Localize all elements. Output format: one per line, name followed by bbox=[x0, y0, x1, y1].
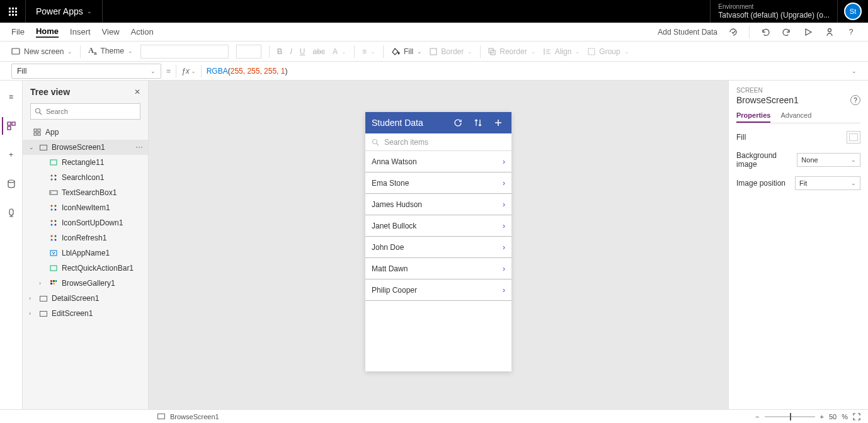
strike-button[interactable]: abc bbox=[313, 47, 325, 56]
avatar[interactable]: St bbox=[844, 3, 862, 20]
add-icon[interactable] bbox=[491, 118, 505, 127]
underline-button[interactable]: U bbox=[300, 47, 306, 56]
formula-expand-icon[interactable]: ⌄ bbox=[852, 68, 857, 74]
tree-node-app[interactable]: App bbox=[23, 125, 148, 140]
svg-rect-40 bbox=[53, 283, 55, 285]
svg-rect-7 bbox=[12, 122, 15, 125]
tree-node-browsescreen[interactable]: ⌄ BrowseScreen1 ⋯ bbox=[23, 140, 148, 155]
new-screen-button[interactable]: New screen ⌄ bbox=[11, 47, 72, 56]
svg-point-26 bbox=[51, 220, 53, 222]
collapse-icon[interactable]: ⌄ bbox=[29, 144, 35, 150]
search-icon bbox=[372, 138, 379, 146]
tree-node-newitem[interactable]: IconNewItem1 bbox=[23, 200, 148, 215]
tree-node-editscreen[interactable]: ›EditScreen1 bbox=[23, 306, 148, 321]
help-icon[interactable]: ? bbox=[845, 26, 857, 38]
expand-icon[interactable]: › bbox=[29, 295, 35, 302]
refresh-icon[interactable] bbox=[451, 118, 465, 128]
align-label: Align bbox=[555, 47, 572, 56]
fx-button[interactable]: ƒx⌄ bbox=[181, 67, 196, 76]
tree-search-input[interactable] bbox=[46, 108, 136, 115]
border-button[interactable]: Border ⌄ bbox=[430, 47, 472, 56]
menu-insert[interactable]: Insert bbox=[70, 27, 91, 37]
fill-button[interactable]: Fill ⌄ bbox=[391, 47, 422, 56]
environment-picker[interactable]: Environment Tatvasoft (default) (Upgrade… bbox=[711, 3, 837, 20]
tree-node-sortud[interactable]: IconSortUpDown1 bbox=[23, 215, 148, 230]
phone-preview[interactable]: Student Data Search items Anna Watson› E… bbox=[365, 112, 511, 371]
menu-file[interactable]: File bbox=[11, 27, 25, 37]
app-launcher[interactable] bbox=[0, 0, 25, 23]
tree-node-gallery[interactable]: ›BrowseGallery1 bbox=[23, 276, 148, 291]
app-search[interactable]: Search items bbox=[365, 133, 511, 151]
menu-home[interactable]: Home bbox=[36, 26, 59, 38]
menu-action[interactable]: Action bbox=[131, 27, 154, 37]
zoom-slider[interactable] bbox=[765, 416, 815, 417]
divider bbox=[383, 45, 384, 58]
tree-node-textsearch[interactable]: TextSearchBox1 bbox=[23, 185, 148, 200]
app-checker-icon[interactable] bbox=[728, 26, 739, 38]
tree-view-panel: Tree view ✕ App ⌄ BrowseScreen1 ⋯ Rectan… bbox=[23, 81, 149, 409]
svg-rect-2 bbox=[430, 48, 437, 55]
tree-node-rectangle[interactable]: Rectangle11 bbox=[23, 155, 148, 170]
bold-button[interactable]: B bbox=[277, 47, 283, 56]
tree-node-lblapp[interactable]: LblAppName1 bbox=[23, 245, 148, 261]
list-item[interactable]: John Doe› bbox=[365, 237, 511, 258]
property-selector[interactable]: Fill ⌄ bbox=[11, 64, 161, 79]
svg-rect-10 bbox=[9, 209, 13, 215]
fill-swatch[interactable] bbox=[847, 131, 860, 144]
share-icon[interactable] bbox=[824, 26, 835, 38]
help-icon[interactable]: ? bbox=[850, 95, 860, 105]
rail-data[interactable] bbox=[3, 175, 20, 193]
rail-treeview[interactable] bbox=[2, 117, 20, 135]
list-item[interactable]: Ema Stone› bbox=[365, 172, 511, 194]
list-item-label: John Doe bbox=[372, 243, 404, 252]
chevron-right-icon: › bbox=[503, 200, 505, 209]
tree-node-refresh[interactable]: IconRefresh1 bbox=[23, 230, 148, 245]
tree-node-rectquick[interactable]: RectQuickActionBar1 bbox=[23, 261, 148, 276]
list-item-label: James Hudson bbox=[372, 200, 422, 209]
list-item[interactable]: James Hudson› bbox=[365, 194, 511, 215]
list-item[interactable]: Matt Dawn› bbox=[365, 258, 511, 279]
list-item[interactable]: Janet Bullock› bbox=[365, 215, 511, 237]
italic-button[interactable]: I bbox=[290, 47, 292, 56]
zoom-out-icon[interactable]: − bbox=[755, 413, 759, 420]
tree-node-detailscreen[interactable]: ›DetailScreen1 bbox=[23, 291, 148, 306]
more-icon[interactable]: ⋯ bbox=[135, 143, 148, 152]
font-family-select[interactable] bbox=[140, 45, 229, 59]
close-icon[interactable]: ✕ bbox=[134, 87, 140, 96]
redo-icon[interactable] bbox=[781, 26, 792, 38]
list-item[interactable]: Anna Watson› bbox=[365, 151, 511, 172]
menu-view[interactable]: View bbox=[102, 27, 120, 37]
align-button[interactable]: Align ⌄ bbox=[544, 47, 581, 56]
fit-icon[interactable] bbox=[853, 413, 860, 420]
theme-button[interactable]: Aa Theme ⌄ bbox=[88, 46, 132, 56]
font-size-select[interactable] bbox=[236, 45, 261, 59]
tab-advanced[interactable]: Advanced bbox=[780, 111, 811, 123]
label-icon bbox=[49, 249, 58, 257]
zoom-in-icon[interactable]: + bbox=[820, 413, 824, 420]
canvas[interactable]: Student Data Search items Anna Watson› E… bbox=[149, 81, 728, 409]
rail-hamburger[interactable]: ≡ bbox=[3, 88, 20, 106]
group-button[interactable]: Group ⌄ bbox=[588, 47, 629, 56]
sort-icon[interactable] bbox=[471, 118, 485, 128]
tree-search[interactable] bbox=[30, 103, 140, 120]
tab-properties[interactable]: Properties bbox=[736, 111, 770, 123]
tree-node-searchicon[interactable]: SearchIcon1 bbox=[23, 170, 148, 185]
rail-media[interactable] bbox=[3, 204, 20, 222]
undo-icon[interactable] bbox=[760, 26, 771, 38]
zoom-thumb[interactable] bbox=[790, 413, 791, 420]
status-bar: BrowseScreen1 − + 50 % bbox=[0, 409, 868, 423]
app-title[interactable]: Power Apps ⌄ bbox=[26, 6, 102, 16]
add-data-label[interactable]: Add Student Data bbox=[658, 28, 717, 37]
svg-rect-15 bbox=[38, 133, 40, 135]
bgimage-select[interactable]: None⌄ bbox=[797, 153, 860, 167]
formula-input[interactable]: RGBA(255, 255, 255, 1) bbox=[207, 67, 288, 76]
play-icon[interactable] bbox=[802, 26, 814, 38]
list-item[interactable]: Philip Cooper› bbox=[365, 279, 511, 301]
expand-icon[interactable]: › bbox=[29, 310, 35, 317]
reorder-button[interactable]: Reorder ⌄ bbox=[488, 47, 535, 56]
font-color-button[interactable]: A⌄ bbox=[333, 47, 346, 56]
text-align-button[interactable]: ≡⌄ bbox=[362, 47, 375, 56]
imgpos-select[interactable]: Fit⌄ bbox=[795, 176, 860, 190]
expand-icon[interactable]: › bbox=[39, 280, 45, 286]
rail-insert[interactable]: + bbox=[3, 146, 20, 164]
